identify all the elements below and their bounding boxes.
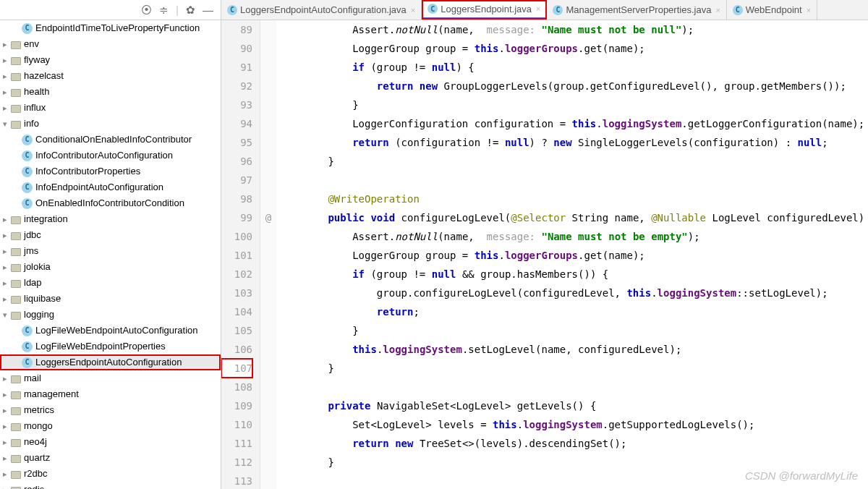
line-number[interactable]: 99: [221, 208, 252, 227]
expand-arrow-icon[interactable]: ▾: [0, 116, 10, 132]
code-line[interactable]: return (configuration != null) ? new Sin…: [279, 133, 868, 152]
code-line[interactable]: }: [279, 152, 868, 171]
tree-class[interactable]: CLogFileWebEndpointProperties: [0, 339, 221, 354]
line-number[interactable]: 111: [221, 434, 252, 453]
line-number[interactable]: 101: [221, 246, 252, 265]
editor-tab[interactable]: CManagementServerProperties.java×: [547, 0, 726, 20]
tree-folder[interactable]: ▸jms: [0, 243, 221, 259]
line-number[interactable]: 109: [221, 396, 252, 415]
expand-arrow-icon[interactable]: ▸: [0, 36, 10, 52]
expand-arrow-icon[interactable]: ▸: [0, 211, 10, 227]
expand-arrow-icon[interactable]: ▸: [0, 402, 10, 418]
tree-folder[interactable]: ▸flyway: [0, 52, 221, 68]
close-icon[interactable]: ×: [411, 6, 415, 14]
tree-class[interactable]: CLogFileWebEndpointAutoConfiguration: [0, 323, 221, 339]
line-number[interactable]: 102: [221, 265, 252, 284]
line-number[interactable]: 103: [221, 284, 252, 302]
expand-arrow-icon[interactable]: ▸: [0, 450, 10, 466]
code-line[interactable]: this.loggingSystem.setLogLevel(name, con…: [279, 340, 868, 359]
code-line[interactable]: }: [279, 453, 868, 472]
code-line[interactable]: [279, 378, 868, 396]
expand-arrow-icon[interactable]: ▸: [0, 482, 10, 489]
code-line[interactable]: Assert.notNull(name, message: "Name must…: [279, 227, 868, 246]
line-number[interactable]: 92: [221, 77, 252, 95]
tree-class[interactable]: CConditionalOnEnabledInfoContributor: [0, 132, 221, 148]
code-line[interactable]: if (group != null && group.hasMembers())…: [279, 265, 868, 284]
tree-folder[interactable]: ▸integration: [0, 211, 221, 227]
expand-arrow-icon[interactable]: ▸: [0, 275, 10, 291]
tree-folder[interactable]: ▸liquibase: [0, 291, 221, 307]
tree-folder[interactable]: ▸r2dbc: [0, 466, 221, 482]
tree-folder[interactable]: ▸mongo: [0, 418, 221, 434]
line-number[interactable]: 97: [221, 171, 252, 190]
tree-folder[interactable]: ▸hazelcast: [0, 68, 221, 84]
tree-folder[interactable]: ▸management: [0, 386, 221, 402]
line-number[interactable]: 110: [221, 415, 252, 434]
tree-folder[interactable]: ▸health: [0, 84, 221, 100]
code-line[interactable]: }: [279, 95, 868, 114]
target-icon[interactable]: ⦿: [141, 4, 152, 16]
project-tree[interactable]: CEndpointIdTimeToLivePropertyFunction▸en…: [0, 20, 221, 489]
code-area[interactable]: Assert.notNull(name, message: "Name must…: [276, 20, 868, 489]
expand-arrow-icon[interactable]: ▾: [0, 307, 10, 323]
gear-icon[interactable]: ✿: [186, 4, 195, 17]
line-number[interactable]: 91: [221, 58, 252, 77]
line-number[interactable]: 94: [221, 114, 252, 133]
tree-folder[interactable]: ▸quartz: [0, 450, 221, 466]
expand-arrow-icon[interactable]: ▸: [0, 68, 10, 84]
line-number[interactable]: 98: [221, 190, 252, 208]
code-line[interactable]: Assert.notNull(name, message: "Name must…: [279, 20, 868, 39]
expand-arrow-icon[interactable]: ▸: [0, 84, 10, 100]
code-line[interactable]: Set<LogLevel> levels = this.loggingSyste…: [279, 415, 868, 434]
expand-arrow-icon[interactable]: ▸: [0, 227, 10, 243]
line-number[interactable]: 100: [221, 227, 252, 246]
line-number[interactable]: 104: [221, 302, 252, 321]
code-line[interactable]: private NavigableSet<LogLevel> getLevels…: [279, 396, 868, 415]
editor-tab[interactable]: CLoggersEndpointAutoConfiguration.java×: [221, 0, 422, 20]
tree-folder[interactable]: ▸influx: [0, 100, 221, 116]
filter-icon[interactable]: ≑: [159, 4, 169, 17]
expand-arrow-icon[interactable]: ▸: [0, 243, 10, 259]
line-number[interactable]: 108: [221, 378, 252, 396]
close-icon[interactable]: ×: [807, 6, 811, 14]
line-number[interactable]: 93: [221, 95, 252, 114]
line-number[interactable]: 95: [221, 133, 252, 152]
tree-class[interactable]: CLoggersEndpointAutoConfiguration: [0, 354, 221, 370]
code-line[interactable]: LoggerConfiguration configuration = this…: [279, 114, 868, 133]
editor-tab[interactable]: CLoggersEndpoint.java×: [422, 0, 547, 20]
editor-tab[interactable]: CWebEndpoint×: [727, 0, 817, 20]
expand-arrow-icon[interactable]: ▸: [0, 418, 10, 434]
line-number[interactable]: 106: [221, 340, 252, 359]
line-number[interactable]: 89: [221, 20, 252, 39]
expand-arrow-icon[interactable]: ▸: [0, 386, 10, 402]
tree-class[interactable]: COnEnabledInfoContributorCondition: [0, 195, 221, 211]
line-number[interactable]: 113: [221, 472, 252, 489]
tree-class[interactable]: CInfoContributorProperties: [0, 163, 221, 179]
expand-arrow-icon[interactable]: ▸: [0, 259, 10, 275]
line-number[interactable]: 96: [221, 152, 252, 171]
tree-folder[interactable]: ▸env: [0, 36, 221, 52]
line-number[interactable]: 107: [221, 359, 252, 378]
tree-class[interactable]: CInfoEndpointAutoConfiguration: [0, 179, 221, 195]
line-number[interactable]: 112: [221, 453, 252, 472]
tree-folder[interactable]: ▸jolokia: [0, 259, 221, 275]
line-gutter[interactable]: 8990919293949596979899100101102103104105…: [221, 20, 260, 489]
code-line[interactable]: @WriteOperation: [279, 190, 868, 208]
expand-arrow-icon[interactable]: ▸: [0, 466, 10, 482]
code-line[interactable]: group.configureLogLevel(configuredLevel,…: [279, 284, 868, 302]
tree-folder[interactable]: ▸metrics: [0, 402, 221, 418]
tree-class[interactable]: CEndpointIdTimeToLivePropertyFunction: [0, 20, 221, 36]
line-number[interactable]: 105: [221, 321, 252, 340]
tree-folder[interactable]: ▸ldap: [0, 275, 221, 291]
tree-folder[interactable]: ▸jdbc: [0, 227, 221, 243]
code-line[interactable]: }: [279, 321, 868, 340]
minimize-icon[interactable]: —: [203, 4, 213, 16]
code-line[interactable]: public void configureLogLevel(@Selector …: [279, 208, 868, 227]
code-line[interactable]: return new GroupLoggerLevels(group.getCo…: [279, 77, 868, 95]
close-icon[interactable]: ×: [715, 6, 720, 14]
code-line[interactable]: return new TreeSet<>(levels).descendingS…: [279, 434, 868, 453]
tree-folder[interactable]: ▸mail: [0, 370, 221, 386]
code-line[interactable]: [279, 171, 868, 190]
code-line[interactable]: if (group != null) {: [279, 58, 868, 77]
code-line[interactable]: return;: [279, 302, 868, 321]
